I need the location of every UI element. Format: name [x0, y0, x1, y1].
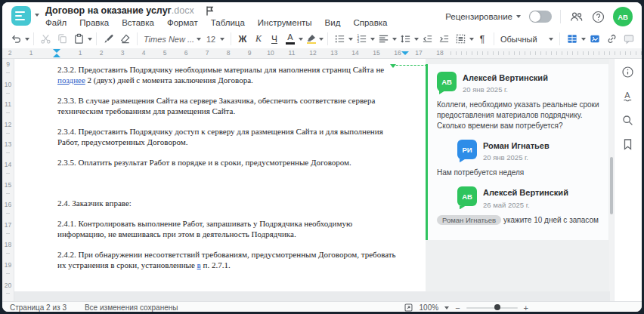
menu-item[interactable]: Вставка	[122, 18, 154, 27]
copy-button[interactable]	[54, 32, 70, 46]
flag-icon[interactable]	[205, 5, 215, 16]
menu-item[interactable]: Формат	[167, 18, 198, 27]
review-toggle[interactable]	[529, 11, 552, 23]
paragraph[interactable]: 2.3.2. Предоставить Подрядчику необходим…	[57, 64, 423, 85]
document-title[interactable]: Договор на оказание услуг	[45, 5, 172, 16]
app-menu-caret-icon[interactable]	[35, 14, 39, 17]
insert-link-button[interactable]	[604, 32, 620, 46]
document-text[interactable]: 2.3.2. Предоставить Подрядчику необходим…	[57, 64, 423, 280]
comment-date: 20 янв 2025 г.	[483, 153, 550, 162]
more-tools-button[interactable]: ⋯	[638, 32, 642, 46]
undo-caret-icon[interactable]	[25, 38, 29, 41]
comment[interactable]: АВ Алексей Вертинский 26 май 2025 г. Ром…	[437, 186, 599, 225]
paragraph[interactable]	[57, 177, 423, 188]
bullet-list-caret-icon[interactable]	[348, 38, 353, 41]
ruler-number: 11	[2, 100, 14, 121]
mention-pill[interactable]: Роман Игнатьев	[437, 215, 501, 225]
pilcrow-button[interactable]: ¶	[475, 32, 490, 46]
undo-button[interactable]	[8, 32, 24, 46]
comment-thread[interactable]: АВ Алексей Вертинский 20 янв 2025 г. Кол…	[426, 64, 608, 240]
zoom-in-button[interactable]: +	[524, 303, 528, 312]
zoom-slider-handle[interactable]	[494, 304, 500, 310]
numbered-list-button[interactable]: 123	[354, 32, 370, 46]
paragraph[interactable]: 2.4. Заказчик вправе:	[57, 198, 423, 208]
menu-item[interactable]: Таблица	[211, 18, 245, 27]
paragraph-style-select[interactable]: Обычный	[498, 33, 556, 45]
bullet-list-button[interactable]	[332, 32, 348, 46]
comments-panel: АВ Алексей Вертинский 20 янв 2025 г. Кол…	[426, 59, 609, 301]
menu-item[interactable]: Инструменты	[258, 18, 312, 27]
vertical-ruler[interactable]: 91011121314151617181920	[2, 59, 14, 301]
indent-button[interactable]	[436, 32, 452, 46]
font-family-select[interactable]: Times New ...	[141, 33, 203, 45]
insert-image-button[interactable]	[587, 32, 603, 46]
font-color-caret-icon[interactable]	[299, 38, 303, 41]
insert-comment-button[interactable]	[621, 32, 637, 46]
horizontal-ruler[interactable]: 21 123456789101112131415161718	[2, 48, 642, 59]
comment-anchor-line	[392, 65, 427, 66]
menu-item[interactable]: Правка	[79, 18, 109, 27]
user-avatar[interactable]: АВ	[613, 7, 633, 26]
help-icon[interactable]	[592, 11, 605, 23]
italic-button[interactable]: К	[251, 32, 266, 46]
numbered-list-caret-icon[interactable]	[370, 38, 375, 41]
collaborators-icon[interactable]	[569, 11, 584, 23]
paragraph[interactable]: 2.3.3. В случае размещения Сайта на серв…	[57, 95, 423, 116]
zoom-caret-icon[interactable]	[444, 306, 449, 309]
font-size-select[interactable]: 12	[204, 33, 227, 45]
insert-table-caret-icon[interactable]	[581, 38, 586, 41]
font-color-button[interactable]: А	[283, 32, 298, 46]
line-spacing-button[interactable]	[398, 32, 413, 46]
paragraph[interactable]: 2.4.2. При обнаружении несоответствий тр…	[57, 249, 423, 270]
fit-page-icon[interactable]	[404, 303, 413, 312]
vertical-scrollbar[interactable]	[609, 59, 614, 301]
insert-table-button[interactable]	[564, 32, 581, 46]
paste-button[interactable]	[71, 32, 87, 46]
text-run: 2 (двух) дней с момента заключения Догов…	[85, 75, 253, 85]
menu-item[interactable]: Вид	[325, 18, 341, 27]
review-mode-select[interactable]: Рецензирование	[445, 12, 521, 21]
search-icon[interactable]	[621, 114, 634, 127]
bookmark-icon[interactable]	[622, 138, 633, 150]
document-page[interactable]: 2.3.2. Предоставить Подрядчику необходим…	[14, 59, 426, 301]
align-button[interactable]	[376, 32, 392, 46]
page-indicator[interactable]: Страница 2 из 3	[10, 303, 67, 312]
paragraph[interactable]: 2.3.5. Оплатить результат Работ в порядк…	[57, 157, 423, 168]
scrollbar-thumb[interactable]	[610, 157, 613, 214]
zoom-slider[interactable]	[466, 307, 518, 309]
bold-button[interactable]: Ж	[235, 32, 250, 46]
clear-formatting-button[interactable]	[117, 32, 133, 46]
indent-marker-first-line[interactable]	[53, 49, 60, 53]
paragraph-frame-caret-icon[interactable]	[469, 38, 474, 41]
paragraph[interactable]: 2.3.4. Предоставить Подрядчику доступ к …	[57, 126, 423, 147]
zoom-level[interactable]: 100%	[420, 303, 439, 312]
menu-item[interactable]: Файл	[45, 18, 67, 27]
app-logo-icon[interactable]	[11, 6, 31, 26]
zoom-out-button[interactable]: −	[455, 303, 460, 312]
toolbar: Times New ... 12 Ж К Ч А 123 ¶ Обычный ⋯	[2, 29, 642, 48]
ruler-number: 14	[2, 161, 14, 181]
paste-caret-icon[interactable]	[88, 38, 92, 41]
paragraph-frame-button[interactable]	[453, 32, 469, 46]
ruler-number: 9	[2, 60, 14, 81]
highlight-button[interactable]	[304, 32, 318, 46]
highlight-caret-icon[interactable]	[319, 38, 324, 41]
comment[interactable]: АВ Алексей Вертинский 20 янв 2025 г. Кол…	[437, 72, 599, 131]
line-spacing-caret-icon[interactable]	[414, 38, 419, 41]
spellcheck-icon[interactable]: А	[621, 90, 634, 103]
format-painter-button[interactable]	[101, 32, 116, 46]
outdent-button[interactable]	[420, 32, 435, 46]
indent-marker-left[interactable]	[53, 54, 60, 57]
comment[interactable]: РИ Роман Игнатьев 20 янв 2025 г. Нам пот…	[437, 140, 599, 178]
cut-button[interactable]	[38, 32, 54, 46]
paragraph[interactable]: 2.4.1. Контролировать выполнение Работ, …	[57, 218, 423, 239]
ruler-number: 1	[70, 49, 91, 57]
info-icon[interactable]	[621, 66, 634, 78]
align-caret-icon[interactable]	[392, 38, 397, 41]
text-run: техническим требованиям для размещения С…	[57, 106, 235, 115]
divider	[559, 32, 560, 45]
underline-button[interactable]: Ч	[267, 32, 282, 46]
menu-item[interactable]: Справка	[353, 18, 387, 27]
ruler-number: 15	[366, 49, 387, 57]
indent-marker-right[interactable]	[401, 51, 409, 55]
